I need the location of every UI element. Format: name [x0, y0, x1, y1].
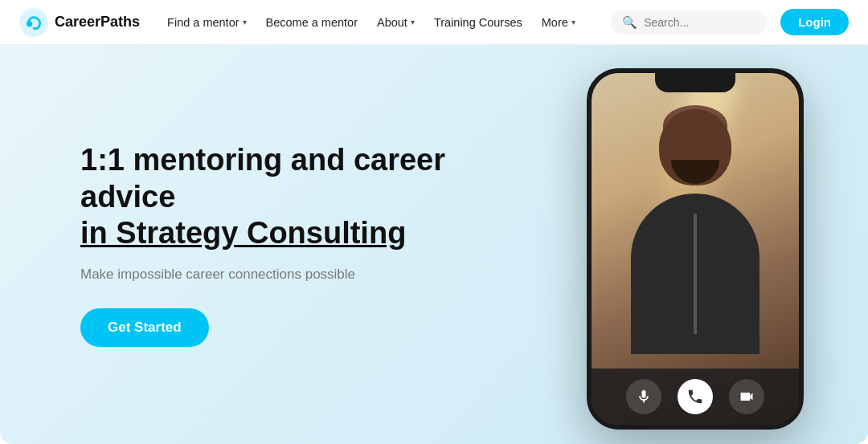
mic-icon	[636, 389, 652, 405]
svg-point-0	[19, 8, 48, 37]
video-button[interactable]	[729, 379, 764, 414]
nav-about[interactable]: About ▾	[369, 11, 423, 34]
chevron-down-icon: ▾	[411, 18, 415, 26]
mute-button[interactable]	[626, 379, 661, 414]
call-controls	[592, 369, 799, 425]
phone-notch	[655, 73, 735, 92]
chevron-down-icon: ▾	[243, 18, 247, 26]
logo-text: CareerPaths	[55, 14, 140, 31]
search-icon: 🔍	[622, 15, 637, 30]
svg-point-1	[27, 21, 32, 26]
get-started-button[interactable]: Get Started	[80, 308, 209, 347]
video-icon	[739, 389, 755, 405]
login-button[interactable]: Login	[780, 9, 849, 35]
nav-find-mentor[interactable]: Find a mentor ▾	[159, 11, 254, 34]
end-call-icon	[686, 388, 704, 405]
logo-link[interactable]: CareerPaths	[19, 8, 140, 37]
nav-links: Find a mentor ▾ Become a mentor About ▾ …	[159, 11, 600, 34]
phone-screen	[592, 73, 799, 425]
zipper-line	[694, 214, 697, 334]
phone-mockup	[587, 61, 804, 436]
hero-title: 1:1 mentoring and career advice in Strat…	[80, 142, 498, 252]
nav-become-mentor[interactable]: Become a mentor	[258, 11, 366, 34]
hero-subtitle: Make impossible career connections possi…	[80, 267, 498, 283]
hero-section: 1:1 mentoring and career advice in Strat…	[0, 45, 868, 444]
end-call-button[interactable]	[678, 379, 713, 414]
chevron-down-icon: ▾	[571, 18, 575, 26]
logo-icon	[19, 8, 48, 37]
search-box[interactable]: 🔍	[611, 10, 768, 35]
person-silhouette	[592, 89, 799, 385]
nav-more[interactable]: More ▾	[534, 11, 583, 34]
nav-training-courses[interactable]: Training Courses	[426, 11, 530, 34]
navbar: CareerPaths Find a mentor ▾ Become a men…	[0, 0, 868, 45]
hero-content: 1:1 mentoring and career advice in Strat…	[80, 142, 498, 347]
phone-frame	[587, 68, 804, 430]
search-input[interactable]	[644, 16, 756, 29]
